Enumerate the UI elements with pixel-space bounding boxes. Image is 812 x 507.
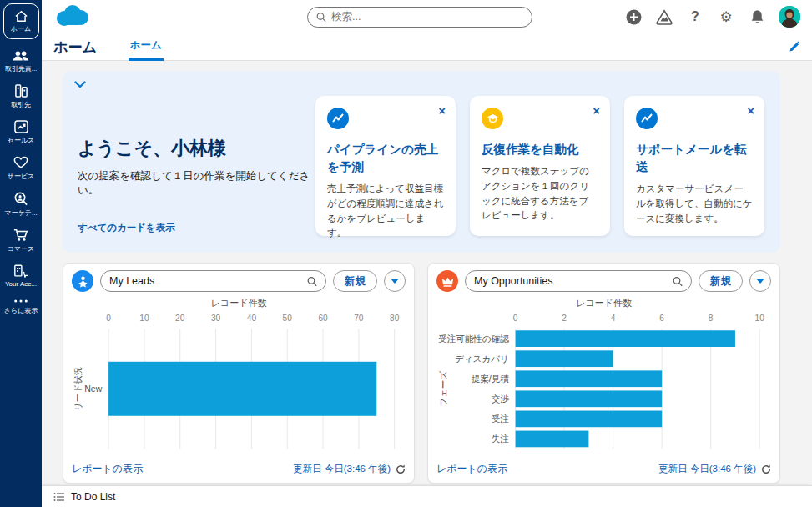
global-header: ? ⚙ [42, 0, 812, 33]
your-account-icon [13, 264, 28, 278]
avatar[interactable] [779, 6, 800, 28]
sidebar-item-your-account[interactable]: Your Acc... [2, 264, 40, 288]
salesforce-logo [53, 3, 92, 30]
opportunities-refresh-status: 更新日 今日(3:46 午後) [658, 463, 771, 475]
sidebar-item-accounts[interactable]: 取引先 [2, 84, 40, 109]
welcome-subtitle: 次の提案を確認して１日の作業を開始してください。 [78, 169, 320, 198]
todo-list-icon [53, 492, 65, 502]
leads-report-card: 新規 レコード件数 01020304050607080Newリード状況 レポート… [63, 263, 415, 484]
edit-page-icon[interactable] [789, 41, 800, 53]
close-icon[interactable]: × [747, 104, 754, 117]
svg-text:2: 2 [562, 314, 567, 323]
trailhead-icon[interactable] [655, 8, 673, 26]
collapse-banner-chevron-icon[interactable] [74, 81, 86, 88]
suggestion-card-title[interactable]: 反復作業を自動化 [482, 141, 598, 158]
chevron-down-icon [391, 279, 399, 284]
app-sidebar: ホーム 取引先責... 取引先 セールス サービス マーケテ... コマース [0, 0, 42, 507]
opportunities-more-actions-button[interactable] [749, 270, 771, 292]
header-actions: ? ⚙ [624, 6, 800, 28]
main-content: ようこそ、小林様 次の提案を確認して１日の作業を開始してください。 すべてのカー… [42, 61, 812, 485]
gear-glyph: ⚙ [719, 8, 732, 25]
global-search[interactable] [307, 7, 532, 28]
trend-icon [327, 108, 349, 129]
suggestion-card-forecast: × パイプラインの売上を予測 売上予測によって収益目標がどの程度順調に達成される… [315, 96, 456, 236]
close-icon[interactable]: × [438, 104, 446, 117]
svg-text:80: 80 [390, 314, 400, 323]
welcome-text: ようこそ、小林様 次の提案を確認して１日の作業を開始してください。 すべてのカー… [78, 136, 320, 234]
notifications-icon[interactable] [748, 8, 766, 26]
opportunities-bar-chart: 0246810受注可能性の確認ディスカバリ提案/見積交渉受注失注フェーズ [428, 309, 779, 459]
view-report-link[interactable]: レポートの表示 [436, 462, 507, 476]
opportunities-card-header: 新規 [428, 264, 779, 295]
marketing-icon [13, 192, 28, 206]
suggestion-card-automate: × 反復作業を自動化 マクロで複数ステップのアクションを１回のクリックに統合する… [470, 96, 610, 236]
help-icon[interactable]: ? [686, 8, 704, 26]
more-icon [13, 299, 28, 304]
leads-report-combobox[interactable] [100, 270, 326, 292]
utility-bar: To Do List [42, 485, 812, 507]
opportunities-new-button[interactable]: 新規 [699, 270, 743, 292]
last-updated-text: 更新日 今日(3:46 午後) [658, 463, 756, 475]
dashboard-charts: 新規 レコード件数 01020304050607080Newリード状況 レポート… [63, 263, 791, 484]
close-icon[interactable]: × [593, 104, 600, 117]
service-icon [13, 156, 28, 169]
leads-new-button[interactable]: 新規 [333, 270, 377, 292]
svg-text:ディスカバリ: ディスカバリ [455, 354, 509, 364]
tab-home[interactable]: ホーム [129, 33, 164, 61]
suggestion-card-body: マクロで複数ステップのアクションを１回のクリックに統合する方法をプレビューします… [482, 164, 598, 223]
contacts-icon [13, 50, 29, 62]
home-icon [14, 10, 28, 23]
svg-text:交渉: 交渉 [492, 394, 510, 404]
opportunities-card-footer: レポートの表示 更新日 今日(3:46 午後) [428, 459, 779, 483]
opportunities-report-input[interactable] [474, 275, 668, 287]
help-glyph: ? [691, 9, 699, 24]
show-all-cards-link[interactable]: すべてのカードを表示 [78, 223, 175, 233]
svg-text:10: 10 [755, 314, 765, 323]
sidebar-item-service[interactable]: サービス [2, 156, 40, 181]
trailhead-cap-icon [482, 108, 503, 129]
sidebar-item-home[interactable]: ホーム [3, 3, 39, 39]
sidebar-item-label: 取引先責... [5, 64, 38, 73]
add-icon[interactable] [624, 8, 643, 26]
page-title: ホーム [53, 38, 97, 57]
view-report-link[interactable]: レポートの表示 [72, 462, 143, 476]
sidebar-item-label: 取引先 [11, 100, 31, 109]
chevron-down-icon [756, 279, 764, 284]
svg-text:20: 20 [175, 314, 185, 323]
svg-text:0: 0 [106, 314, 111, 323]
suggestion-card-body: 売上予測によって収益目標がどの程度順調に達成されるかをプレビューします。 [327, 182, 444, 241]
sidebar-item-sales[interactable]: セールス [2, 120, 40, 145]
refresh-icon[interactable] [761, 464, 771, 474]
sidebar-item-label: セールス [8, 136, 35, 145]
suggestion-card-body: カスタマーサービスメールを取得して、自動的にケースに変換します。 [636, 182, 753, 226]
leads-object-icon [72, 270, 93, 292]
opportunities-report-combobox[interactable] [465, 270, 692, 292]
settings-icon[interactable]: ⚙ [717, 8, 735, 26]
sales-icon [14, 120, 28, 133]
leads-report-input[interactable] [109, 275, 302, 287]
accounts-icon [14, 84, 28, 98]
welcome-banner: ようこそ、小林様 次の提案を確認して１日の作業を開始してください。 すべてのカー… [63, 71, 780, 253]
sidebar-item-label: コマース [8, 244, 35, 254]
search-input[interactable] [331, 11, 523, 23]
sidebar-item-marketing[interactable]: マーケテ... [2, 192, 40, 218]
suggestion-card-title[interactable]: サポートメールを転送 [636, 141, 753, 176]
refresh-icon[interactable] [396, 464, 406, 474]
svg-text:フェーズ: フェーズ [438, 371, 448, 407]
search-icon [316, 12, 326, 23]
svg-text:8: 8 [709, 314, 714, 323]
svg-text:受注可能性の確認: 受注可能性の確認 [438, 334, 509, 344]
search-icon [307, 276, 317, 287]
todo-list-button[interactable]: To Do List [71, 491, 115, 503]
suggestion-card-email: × サポートメールを転送 カスタマーサービスメールを取得して、自動的にケースに変… [624, 96, 764, 236]
suggestion-card-title[interactable]: パイプラインの売上を予測 [327, 141, 444, 176]
opportunities-report-card: 新規 レコード件数 0246810受注可能性の確認ディスカバリ提案/見積交渉受注… [427, 263, 780, 484]
sidebar-item-commerce[interactable]: コマース [2, 228, 40, 254]
svg-text:受注: 受注 [492, 414, 510, 424]
sidebar-item-more[interactable]: さらに表示 [2, 299, 40, 315]
sidebar-item-contacts[interactable]: 取引先責... [2, 50, 40, 73]
sidebar-item-label: さらに表示 [4, 306, 38, 315]
leads-chart-title: レコード件数 [63, 297, 414, 309]
leads-card-header: 新規 [63, 264, 414, 295]
leads-more-actions-button[interactable] [384, 270, 406, 292]
